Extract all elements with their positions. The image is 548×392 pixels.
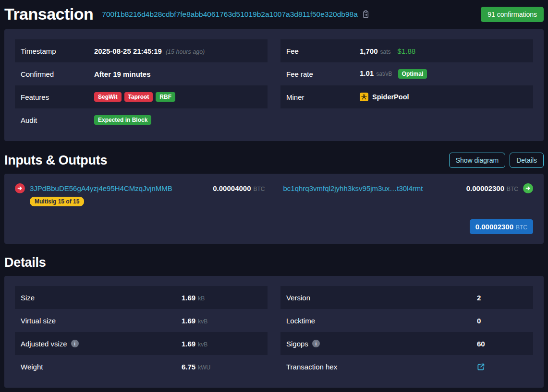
- io-total-row: 0.00002300 BTC: [15, 219, 533, 234]
- table-row-size: Size 1.69 kB: [15, 286, 268, 309]
- fee-unit: sats: [380, 48, 391, 55]
- table-row-timestamp: Timestamp 2025-08-25 21:45:19 (15 hours …: [15, 39, 268, 62]
- sigops-info-icon[interactable]: [312, 340, 320, 347]
- fee-rate-badge: Optimal: [398, 69, 427, 79]
- size-label: Size: [21, 294, 182, 302]
- locktime-value: 0: [477, 317, 481, 325]
- outputs-column: bc1qhrq3vmfql2jyhh3ksv95jm3ux…t30l4rmt 0…: [283, 183, 534, 206]
- timestamp-value: 2025-08-25 21:45:19: [94, 47, 162, 55]
- total-amount-value: 0.00002300: [475, 223, 513, 231]
- transaction-page: Transaction 700f1b8216d4b28cdbf7fe8abb40…: [0, 0, 548, 388]
- page-header: Transaction 700f1b8216d4b28cdbf7fe8abb40…: [4, 5, 544, 24]
- locktime-label: Locktime: [286, 317, 477, 325]
- table-row-locktime: Locktime 0: [280, 309, 533, 332]
- mining-pool-icon: [360, 93, 368, 101]
- inputs-column: 3JPdBbuDE56gA4yzj4e95H4CMzqJvjnMMB 0.000…: [15, 183, 265, 206]
- table-row-weight: Weight 6.75 kWU: [15, 355, 268, 378]
- table-row-confirmed: Confirmed After 19 minutes: [15, 62, 268, 85]
- virtual-size-value: 1.69: [182, 317, 195, 325]
- miner-name: SpiderPool: [372, 93, 409, 101]
- adjusted-vsize-label: Adjusted vsize: [21, 340, 67, 348]
- output-address[interactable]: bc1qhrq3vmfql2jyhh3ksv95jm3ux…t30l4rmt: [283, 184, 466, 192]
- table-row-transaction-hex: Transaction hex: [280, 355, 533, 378]
- details-toggle-button[interactable]: Details: [510, 153, 544, 168]
- details-panel: Size 1.69 kB Virtual size 1.69 kvB Adju: [4, 276, 544, 388]
- table-row-adjusted-vsize: Adjusted vsize 1.69 kvB: [15, 332, 268, 355]
- adjusted-vsize-unit: kvB: [198, 341, 207, 348]
- output-row: bc1qhrq3vmfql2jyhh3ksv95jm3ux…t30l4rmt 0…: [283, 183, 534, 193]
- sigops-value: 60: [477, 340, 485, 348]
- output-amount-unit: BTC: [507, 186, 518, 192]
- timestamp-ago: (15 hours ago): [166, 48, 205, 55]
- input-arrow-icon[interactable]: [15, 183, 25, 193]
- table-row-fee-rate: Fee rate 1.01 sat/vB Optimal: [280, 62, 533, 85]
- version-value: 2: [477, 294, 481, 302]
- input-badge-row: Multisig 15 of 15: [30, 197, 265, 206]
- features-label: Features: [21, 93, 94, 101]
- output-amount-value: 0.00002300: [466, 184, 504, 192]
- audit-label: Audit: [21, 116, 94, 124]
- size-value: 1.69: [182, 294, 195, 302]
- confirmed-value: After 19 minutes: [94, 70, 151, 78]
- details-right-table: Version 2 Locktime 0 Sigops 60 Transacti…: [280, 286, 533, 378]
- timestamp-label: Timestamp: [21, 47, 94, 55]
- sigops-label: Sigops: [286, 340, 308, 348]
- details-section-header: Details: [4, 255, 544, 270]
- size-unit: kB: [198, 295, 205, 302]
- summary-left-table: Timestamp 2025-08-25 21:45:19 (15 hours …: [15, 39, 268, 131]
- multisig-badge: Multisig 15 of 15: [30, 197, 84, 206]
- fee-rate-label: Fee rate: [286, 70, 360, 78]
- weight-label: Weight: [21, 363, 182, 371]
- adjusted-vsize-value: 1.69: [182, 340, 195, 348]
- input-address[interactable]: 3JPdBbuDE56gA4yzj4e95H4CMzqJvjnMMB: [30, 184, 213, 192]
- fee-label: Fee: [286, 47, 360, 55]
- adjusted-vsize-info-icon[interactable]: [71, 340, 79, 347]
- copy-txid-icon[interactable]: [362, 10, 370, 18]
- output-total-button[interactable]: 0.00002300 BTC: [470, 219, 533, 234]
- confirmed-label: Confirmed: [21, 70, 94, 78]
- fee-usd: $1.88: [398, 47, 416, 55]
- fee-rate-value: 1.01: [360, 69, 374, 77]
- feature-badge-rbf: RBF: [156, 92, 175, 102]
- io-title: Inputs & Outputs: [4, 153, 107, 168]
- version-label: Version: [286, 294, 477, 302]
- details-title: Details: [4, 255, 46, 270]
- miner-link[interactable]: SpiderPool: [360, 93, 409, 101]
- input-amount-unit: BTC: [254, 186, 265, 192]
- feature-badge-taproot: Taproot: [124, 92, 153, 102]
- fee-rate-unit: sat/vB: [376, 71, 392, 77]
- input-amount: 0.00004000 BTC: [213, 184, 265, 192]
- confirmations-badge[interactable]: 91 confirmations: [481, 7, 544, 22]
- table-row-miner: Miner SpiderPool: [280, 85, 533, 108]
- virtual-size-unit: kvB: [198, 318, 207, 325]
- transaction-id: 700f1b8216d4b28cdbf7fe8abb4061763d51019b…: [102, 10, 357, 19]
- audit-badge: Expected in Block: [94, 115, 151, 125]
- table-row-version: Version 2: [280, 286, 533, 309]
- weight-value: 6.75: [182, 363, 195, 371]
- table-row-audit: Audit Expected in Block: [15, 108, 268, 131]
- output-amount: 0.00002300 BTC: [466, 184, 518, 192]
- io-panel: 3JPdBbuDE56gA4yzj4e95H4CMzqJvjnMMB 0.000…: [4, 174, 544, 244]
- transaction-hex-label: Transaction hex: [286, 363, 477, 371]
- transaction-hex-external-link-icon[interactable]: [477, 363, 485, 371]
- total-amount-unit: BTC: [516, 224, 527, 231]
- virtual-size-label: Virtual size: [21, 317, 182, 325]
- input-row: 3JPdBbuDE56gA4yzj4e95H4CMzqJvjnMMB 0.000…: [15, 183, 265, 193]
- io-section-header: Inputs & Outputs Show diagram Details: [4, 153, 544, 168]
- output-arrow-icon[interactable]: [523, 183, 533, 193]
- miner-label: Miner: [286, 93, 360, 101]
- show-diagram-button[interactable]: Show diagram: [449, 153, 506, 168]
- weight-unit: kWU: [198, 364, 210, 371]
- page-title: Transaction: [4, 5, 93, 24]
- summary-right-table: Fee 1,700 sats $1.88 Fee rate 1.01 sat/v…: [280, 39, 533, 108]
- feature-badge-segwit: SegWit: [94, 92, 122, 102]
- table-row-sigops: Sigops 60: [280, 332, 533, 355]
- input-amount-value: 0.00004000: [213, 184, 251, 192]
- table-row-virtual-size: Virtual size 1.69 kvB: [15, 309, 268, 332]
- fee-value: 1,700: [360, 47, 378, 55]
- details-left-table: Size 1.69 kB Virtual size 1.69 kvB Adju: [15, 286, 268, 378]
- table-row-features: Features SegWit Taproot RBF: [15, 85, 268, 108]
- table-row-fee: Fee 1,700 sats $1.88: [280, 39, 533, 62]
- summary-panel: Timestamp 2025-08-25 21:45:19 (15 hours …: [4, 29, 544, 141]
